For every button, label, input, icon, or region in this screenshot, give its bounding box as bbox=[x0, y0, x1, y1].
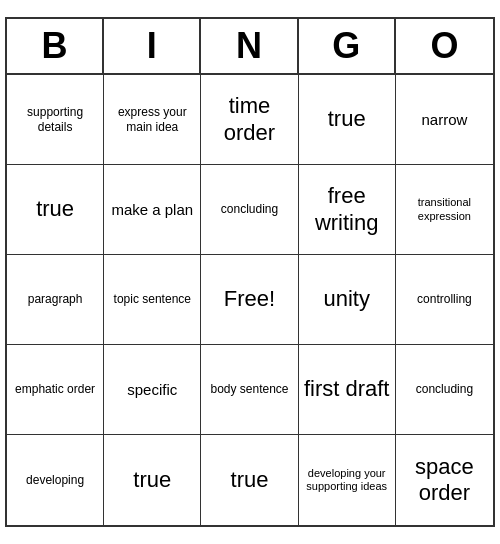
header-letter-o: O bbox=[396, 19, 493, 73]
bingo-cell-19: concluding bbox=[396, 345, 493, 435]
header-letter-i: I bbox=[104, 19, 201, 73]
cell-text-9: transitional expression bbox=[400, 196, 489, 222]
cell-text-13: unity bbox=[323, 286, 369, 312]
cell-text-15: emphatic order bbox=[15, 382, 95, 396]
bingo-cell-12: Free! bbox=[201, 255, 298, 345]
cell-text-19: concluding bbox=[416, 382, 473, 396]
bingo-cell-11: topic sentence bbox=[104, 255, 201, 345]
header-letter-b: B bbox=[7, 19, 104, 73]
cell-text-8: free writing bbox=[303, 183, 391, 236]
header-letter-g: G bbox=[299, 19, 396, 73]
bingo-cell-0: supporting details bbox=[7, 75, 104, 165]
bingo-cell-21: true bbox=[104, 435, 201, 525]
bingo-cell-18: first draft bbox=[299, 345, 396, 435]
bingo-cell-5: true bbox=[7, 165, 104, 255]
bingo-cell-24: space order bbox=[396, 435, 493, 525]
cell-text-5: true bbox=[36, 196, 74, 222]
header-letter-n: N bbox=[201, 19, 298, 73]
bingo-grid: supporting detailsexpress your main idea… bbox=[7, 75, 493, 525]
cell-text-14: controlling bbox=[417, 292, 472, 306]
cell-text-21: true bbox=[133, 467, 171, 493]
bingo-cell-14: controlling bbox=[396, 255, 493, 345]
bingo-cell-9: transitional expression bbox=[396, 165, 493, 255]
bingo-cell-3: true bbox=[299, 75, 396, 165]
bingo-card: BINGO supporting detailsexpress your mai… bbox=[5, 17, 495, 527]
cell-text-1: express your main idea bbox=[108, 105, 196, 134]
cell-text-7: concluding bbox=[221, 202, 278, 216]
cell-text-17: body sentence bbox=[210, 382, 288, 396]
bingo-cell-15: emphatic order bbox=[7, 345, 104, 435]
bingo-cell-22: true bbox=[201, 435, 298, 525]
bingo-header: BINGO bbox=[7, 19, 493, 75]
cell-text-22: true bbox=[231, 467, 269, 493]
bingo-cell-7: concluding bbox=[201, 165, 298, 255]
cell-text-24: space order bbox=[400, 454, 489, 507]
cell-text-4: narrow bbox=[421, 111, 467, 129]
cell-text-20: developing bbox=[26, 473, 84, 487]
cell-text-12: Free! bbox=[224, 286, 275, 312]
bingo-cell-16: specific bbox=[104, 345, 201, 435]
bingo-cell-13: unity bbox=[299, 255, 396, 345]
bingo-cell-4: narrow bbox=[396, 75, 493, 165]
cell-text-16: specific bbox=[127, 381, 177, 399]
bingo-cell-23: developing your supporting ideas bbox=[299, 435, 396, 525]
bingo-cell-17: body sentence bbox=[201, 345, 298, 435]
cell-text-23: developing your supporting ideas bbox=[303, 467, 391, 493]
cell-text-6: make a plan bbox=[111, 201, 193, 219]
cell-text-0: supporting details bbox=[11, 105, 99, 134]
cell-text-3: true bbox=[328, 106, 366, 132]
bingo-cell-20: developing bbox=[7, 435, 104, 525]
bingo-cell-10: paragraph bbox=[7, 255, 104, 345]
cell-text-11: topic sentence bbox=[114, 292, 191, 306]
cell-text-10: paragraph bbox=[28, 292, 83, 306]
bingo-cell-2: time order bbox=[201, 75, 298, 165]
bingo-cell-6: make a plan bbox=[104, 165, 201, 255]
cell-text-2: time order bbox=[205, 93, 293, 146]
cell-text-18: first draft bbox=[304, 376, 390, 402]
bingo-cell-8: free writing bbox=[299, 165, 396, 255]
bingo-cell-1: express your main idea bbox=[104, 75, 201, 165]
